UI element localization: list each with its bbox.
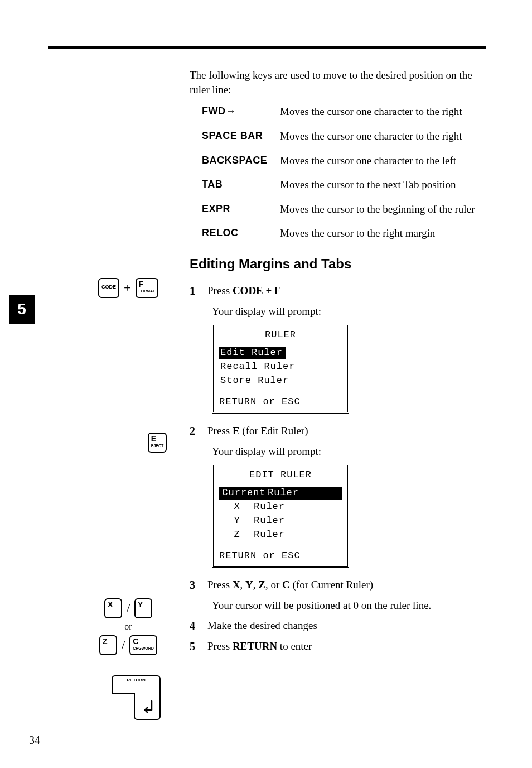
table-row: EXPRMoves the cursor to the beginning of… [202,202,491,217]
table-row: RELOCMoves the cursor to the right margi… [202,226,491,241]
slash-symbol: / [127,601,130,616]
step-4: 4 Make the desired changes [190,618,491,633]
plus-symbol: + [124,281,130,295]
keycap-code: CODE [98,278,119,298]
step-bold: C [282,579,290,591]
key-desc: Moves the cursor to the right margin [280,226,491,241]
screen-title: EDIT RULER [214,465,347,484]
table-row: SPACE BARMoves the cursor one character … [202,129,491,143]
step-text: Press [207,579,233,591]
intro-text: The following keys are used to move to t… [190,68,491,97]
screen-footer: RETURN or ESC [214,392,347,412]
step-bold: Y [245,579,253,591]
table-row: TABMoves the cursor to the next Tab posi… [202,177,491,192]
step-bold: E [233,425,240,436]
table-row: BACKSPACEMoves the cursor one character … [202,153,491,168]
page-rule [48,46,486,49]
step-2: 2 Press E (for Edit Ruler) [190,424,491,439]
step-text: Press [207,285,233,296]
keycap-f: FFORMAT [136,278,158,298]
keycap-illustration-e: EEJECT [135,433,180,453]
page-number: 34 [29,734,40,747]
step-number: 3 [190,578,200,593]
key-desc: Moves the cursor to the next Tab positio… [280,177,491,192]
step-text: Press [207,425,233,436]
step-bold: X [233,579,240,591]
step-text: (for Current Ruler) [290,579,373,591]
or-text: or [78,622,178,632]
key-desc: Moves the cursor one character to the le… [280,153,491,168]
screen-footer: RETURN or ESC [214,546,347,566]
screen-selected-option: Edit Ruler [219,347,286,359]
step-bold: Z [258,579,265,591]
key-name: FWD→ [202,104,280,119]
key-desc: Moves the cursor to the beginning of the… [280,202,491,217]
prompt-text: Your display will prompt: [212,444,491,459]
keycap-y: Y [134,598,152,618]
chapter-tab: 5 [9,295,35,324]
step-number: 5 [190,639,200,654]
keycap-c: CCHGWORD [129,635,157,655]
section-heading: Editing Margins and Tabs [190,255,491,273]
key-name: RELOC [202,226,280,241]
key-reference-table: FWD→Moves the cursor one character to th… [202,104,491,241]
step-bold: CODE + F [233,285,281,296]
step-1: 1 Press CODE + F [190,284,491,299]
screen-option: Store Ruler [219,375,342,387]
step-number: 1 [190,284,200,299]
table-row: FWD→Moves the cursor one character to th… [202,104,491,119]
key-name: TAB [202,177,280,192]
screen-option: ZRuler [219,529,342,541]
key-name: SPACE BAR [202,129,280,143]
keycap-e: EEJECT [148,433,167,453]
prompt-text: Your display will prompt: [212,304,491,319]
screen-option: XRuler [219,501,342,513]
step-text: Press [207,640,233,652]
step-5: 5 Press RETURN to enter [190,639,491,654]
step-number: 4 [190,618,200,633]
step-text: Make the desired changes [207,618,491,633]
keycap-return: RETURN [112,675,161,720]
slash-symbol: / [122,638,125,652]
key-desc: Moves the cursor one character to the ri… [280,129,491,143]
display-screen-ruler: RULER Edit Ruler Recall Ruler Store Rule… [212,324,349,414]
return-arrow-icon [139,699,156,716]
step-number: 2 [190,424,200,439]
keycap-z: Z [99,635,117,655]
screen-title: RULER [214,325,347,344]
screen-option: Recall Ruler [219,361,342,373]
step-body-text: Your cursor will be positioned at 0 on t… [212,598,491,613]
keycap-illustration-return: RETURN [112,675,178,720]
step-text: (for Edit Ruler) [240,425,308,436]
display-screen-edit-ruler: EDIT RULER CurrentRuler XRuler YRuler ZR… [212,464,349,568]
key-name: EXPR [202,202,280,217]
step-text: to enter [277,640,312,652]
keycap-illustration-code-f: CODE + FFORMAT [78,278,178,298]
screen-option: YRuler [219,515,342,527]
screen-selected-option: CurrentRuler [219,487,342,500]
step-3: 3 Press X, Y, Z, or C (for Current Ruler… [190,578,491,593]
keycap-x: X [104,598,122,618]
key-desc: Moves the cursor one character to the ri… [280,104,491,119]
key-name: BACKSPACE [202,153,280,168]
keycap-illustration-xyzc: X / Y or Z / CCHGWORD [78,598,178,655]
step-bold: RETURN [233,640,277,652]
